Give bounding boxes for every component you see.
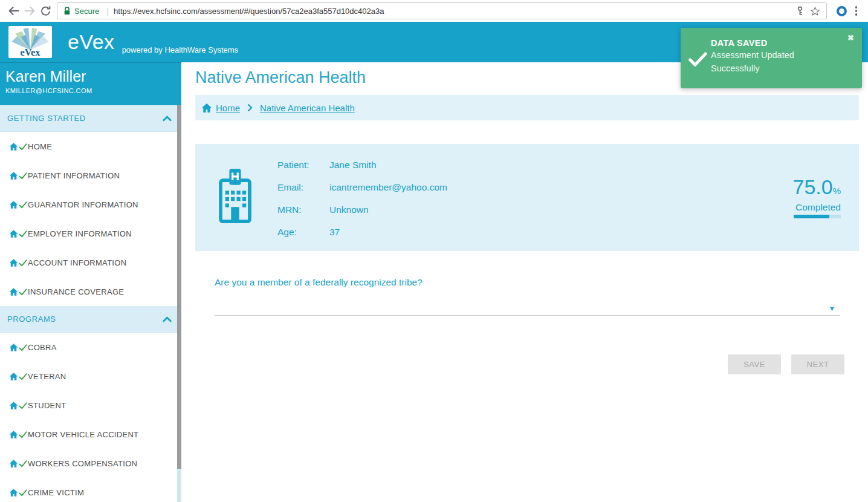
progress-percent-value: 75.0 (792, 175, 832, 198)
chevron-up-icon[interactable] (163, 316, 172, 322)
url-text[interactable]: https://evex.hcfsinc.com/assessment/#/qu… (114, 7, 791, 16)
check-icon (18, 458, 28, 469)
sidebar: Karen Miller KMILLER@HCFSINC.COM GETTING… (0, 62, 181, 502)
sidebar-item[interactable]: STUDENT (0, 391, 181, 420)
field-value: Jane Smith (329, 160, 377, 171)
toast-notification: DATA SAVED Assessment Updated Successful… (681, 28, 862, 88)
breadcrumb-home-link[interactable]: Home (216, 103, 240, 113)
field-label: Patient: (277, 160, 329, 171)
field-label: MRN: (277, 204, 329, 215)
user-name: Karen Miller (5, 68, 181, 85)
home-icon (9, 142, 18, 152)
patient-summary-card: Patient: Jane Smith Email: icantremember… (195, 144, 859, 251)
check-icon (18, 429, 28, 440)
hospital-icon (216, 167, 254, 251)
browser-back-icon[interactable] (6, 4, 22, 18)
progress-bar (794, 215, 841, 218)
sidebar-item-label: WORKERS COMPENSATION (28, 459, 137, 468)
sidebar-nav: GETTING STARTED HOME (0, 105, 181, 502)
sidebar-scrollbar[interactable] (177, 105, 181, 502)
field-value: 37 (329, 227, 340, 238)
check-icon (18, 286, 28, 298)
close-icon[interactable]: ✖ (847, 33, 854, 42)
browser-extension-icon[interactable] (837, 6, 847, 16)
check-icon (18, 141, 28, 152)
breadcrumb: Home Native American Health (195, 95, 859, 120)
check-icon (18, 487, 28, 498)
check-icon (18, 371, 28, 382)
key-icon[interactable] (796, 5, 804, 17)
sidebar-item[interactable]: EMPLOYER INFORMATION (0, 219, 181, 248)
sidebar-item-label: GUARANTOR INFORMATION (28, 200, 138, 209)
sidebar-item-label: CRIME VICTIM (28, 488, 84, 497)
patient-field-row: Email: icantremember@yahoo.com (277, 176, 447, 198)
check-icon (18, 257, 28, 269)
bookmark-star-icon[interactable] (810, 6, 820, 16)
sidebar-section: PROGRAMS COBRA (0, 306, 181, 502)
check-icon (18, 199, 28, 210)
padlock-icon (63, 6, 71, 16)
screen: Secure | https://evex.hcfsinc.com/assess… (0, 0, 868, 502)
field-value: icantremember@yahoo.com (329, 182, 447, 193)
field-label: Age: (277, 227, 329, 238)
save-button[interactable]: SAVE (728, 354, 781, 374)
sidebar-item[interactable]: HOME (0, 132, 181, 161)
toast-message: Assessment Updated Successfully (711, 49, 829, 76)
user-block: Karen Miller KMILLER@HCFSINC.COM (0, 62, 181, 105)
check-icon (18, 228, 28, 240)
question-text: Are you a member of a federally recogniz… (195, 277, 859, 288)
home-icon (9, 258, 18, 268)
scrollbar-thumb[interactable] (177, 105, 181, 469)
url-separator: | (106, 6, 109, 16)
evex-logo[interactable]: eVex (8, 26, 52, 58)
check-icon (688, 52, 707, 69)
sidebar-item[interactable]: WORKERS COMPENSATION (0, 449, 181, 478)
sidebar-item[interactable]: INSURANCE COVERAGE (0, 277, 181, 306)
sidebar-section: GETTING STARTED HOME (0, 105, 181, 306)
check-icon (18, 400, 28, 411)
sidebar-item-label: VETERAN (28, 372, 66, 381)
sidebar-item[interactable]: VETERAN (0, 362, 181, 391)
field-label: Email: (277, 182, 329, 193)
security-label[interactable]: Secure (74, 7, 99, 16)
form-actions: SAVE NEXT (195, 354, 844, 374)
sidebar-section-header[interactable]: GETTING STARTED (0, 105, 181, 132)
home-icon (9, 458, 18, 469)
sidebar-item[interactable]: MOTOR VEHICLE ACCIDENT (0, 420, 181, 449)
sidebar-item-label: STUDENT (28, 401, 66, 410)
progress-label: Completed (792, 202, 841, 213)
home-icon (9, 171, 18, 181)
browser-forward-icon[interactable] (22, 4, 37, 18)
address-bar[interactable]: Secure | https://evex.hcfsinc.com/assess… (57, 2, 827, 19)
sidebar-item[interactable]: ACCOUNT INFORMATION (0, 248, 181, 277)
user-email: KMILLER@HCFSINC.COM (5, 87, 181, 94)
sidebar-item[interactable]: COBRA (0, 333, 181, 362)
check-icon (18, 342, 28, 353)
sidebar-section-label: GETTING STARTED (7, 114, 163, 123)
chevron-down-icon[interactable]: ▼ (829, 305, 835, 312)
home-icon (9, 200, 18, 210)
next-button[interactable]: NEXT (791, 354, 844, 374)
field-value: Unknown (329, 204, 369, 215)
answer-select[interactable]: ▼ (215, 295, 840, 316)
sidebar-section-header[interactable]: PROGRAMS (0, 306, 181, 333)
sidebar-item[interactable]: CRIME VICTIM (0, 478, 181, 502)
home-icon (9, 287, 18, 297)
sidebar-item-label: ACCOUNT INFORMATION (28, 258, 126, 267)
browser-reload-icon[interactable] (37, 5, 53, 18)
sidebar-item[interactable]: GUARANTOR INFORMATION (0, 190, 181, 219)
breadcrumb-current-link[interactable]: Native American Health (260, 103, 355, 113)
chevron-up-icon[interactable] (163, 116, 172, 122)
home-icon (9, 229, 18, 239)
sidebar-item-label: INSURANCE COVERAGE (28, 287, 124, 296)
chevron-right-icon (247, 103, 253, 112)
sidebar-item-label: PATIENT INFORMATION (28, 171, 120, 180)
browser-menu-icon[interactable] (850, 6, 863, 16)
patient-field-row: Patient: Jane Smith (277, 154, 447, 176)
sidebar-item[interactable]: PATIENT INFORMATION (0, 161, 181, 190)
sidebar-section-label: PROGRAMS (7, 315, 163, 324)
patient-field-row: Age: 37 (277, 221, 447, 243)
home-icon (9, 400, 18, 411)
progress-bar-fill (794, 215, 829, 218)
home-icon (9, 429, 18, 440)
